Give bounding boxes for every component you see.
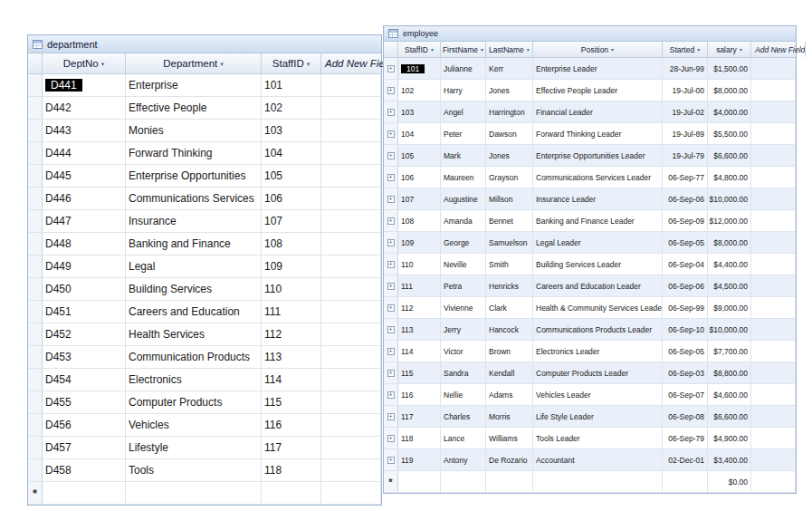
expand-icon[interactable]: + [387, 152, 395, 159]
row-selector[interactable]: + [384, 145, 398, 166]
cell-staffid[interactable]: 115 [398, 362, 441, 383]
cell-lastname[interactable]: Smith [486, 254, 533, 275]
cell-lastname[interactable]: Samuelson [486, 232, 533, 253]
cell-add-new-field[interactable] [751, 232, 796, 253]
cell-empty[interactable] [43, 482, 126, 504]
cell-salary[interactable]: $12,000.00 [708, 210, 751, 231]
cell-lastname[interactable]: Harrington [486, 101, 533, 122]
cell-add-new-field[interactable] [321, 256, 381, 277]
column-header-lastname[interactable]: LastName▾ [486, 42, 533, 57]
cell-deptno[interactable]: D448 [43, 233, 126, 255]
cell-deptno[interactable]: D451 [43, 301, 126, 323]
cell-lastname[interactable]: Williams [486, 428, 533, 448]
sort-dropdown-icon[interactable]: ▾ [220, 61, 224, 67]
cell-position[interactable]: Financial Leader [533, 101, 663, 122]
cell-firstname[interactable]: Peter [441, 123, 486, 144]
cell-staffid[interactable]: 116 [398, 384, 441, 405]
cell-deptno[interactable]: D457 [43, 437, 126, 458]
expand-icon[interactable]: + [387, 239, 395, 246]
cell-firstname[interactable]: Maureen [441, 167, 486, 188]
cell-deptno[interactable]: D454 [43, 369, 126, 390]
expand-icon[interactable]: + [387, 65, 395, 72]
cell-firstname[interactable]: Nellie [441, 384, 486, 405]
row-selector[interactable]: + [384, 275, 398, 296]
cell-add-new-field[interactable] [321, 323, 381, 345]
cell-department[interactable]: Lifestyle [126, 437, 262, 458]
row-selector[interactable]: + [384, 254, 398, 275]
cell-lastname[interactable]: Hancock [486, 319, 533, 340]
cell-add-new-field[interactable] [321, 278, 381, 300]
cell-department[interactable]: Banking and Finance [126, 233, 262, 255]
cell-started[interactable]: 06-Sep-05 [663, 341, 708, 362]
cell-firstname[interactable]: Julianne [441, 58, 486, 79]
cell-salary[interactable]: $8,000.00 [708, 80, 751, 101]
cell-staffid[interactable]: 106 [262, 188, 321, 209]
cell-staffid[interactable]: 114 [262, 369, 321, 390]
cell-empty[interactable] [398, 471, 441, 492]
cell-deptno[interactable]: D447 [43, 210, 126, 232]
row-selector[interactable]: + [384, 58, 398, 79]
cell-deptno[interactable]: D443 [43, 120, 126, 141]
row-selector[interactable]: + [384, 188, 398, 209]
cell-salary[interactable]: $10,000.00 [708, 188, 751, 209]
row-selector[interactable]: + [384, 297, 398, 318]
select-all-corner[interactable] [28, 53, 43, 73]
new-record-row[interactable]: * [28, 482, 381, 505]
cell-lastname[interactable]: Henricks [486, 275, 533, 296]
cell-add-new-field[interactable] [321, 97, 381, 119]
row-selector[interactable] [28, 414, 43, 436]
cell-department[interactable]: Forward Thinking [126, 142, 262, 164]
cell-empty[interactable] [663, 471, 708, 492]
cell-staffid[interactable]: 112 [398, 297, 441, 318]
column-header-started[interactable]: Started▾ [663, 42, 708, 57]
cell-staffid[interactable]: 113 [398, 319, 441, 340]
cell-deptno[interactable]: D445 [43, 165, 126, 187]
cell-lastname[interactable]: Bennet [486, 210, 533, 231]
cell-add-new-field[interactable] [751, 275, 796, 296]
cell-add-new-field[interactable] [751, 254, 796, 275]
cell-salary-default[interactable]: $0.00 [708, 471, 751, 492]
expand-icon[interactable]: + [387, 217, 395, 225]
row-selector[interactable] [28, 97, 43, 119]
cell-firstname[interactable]: Angel [441, 101, 486, 122]
cell-salary[interactable]: $1,500.00 [708, 58, 751, 79]
cell-staffid[interactable]: 110 [262, 278, 321, 300]
row-selector[interactable] [28, 188, 43, 209]
cell-firstname[interactable]: Sandra [441, 362, 486, 383]
cell-salary[interactable]: $4,900.00 [708, 428, 751, 448]
cell-deptno[interactable]: D446 [43, 188, 126, 209]
new-record-row[interactable]: *$0.00 [384, 471, 796, 493]
expand-icon[interactable]: + [387, 196, 395, 203]
cell-staffid[interactable]: 107 [398, 188, 441, 209]
cell-add-new-field[interactable] [751, 297, 796, 318]
row-selector[interactable] [28, 346, 43, 368]
cell-position[interactable]: Effective People Leader [533, 80, 663, 101]
cell-add-new-field[interactable] [751, 80, 796, 101]
row-selector[interactable] [28, 120, 43, 141]
row-selector[interactable]: + [384, 232, 398, 253]
cell-position[interactable]: Forward Thinking Leader [533, 123, 663, 144]
cell-add-new-field[interactable] [751, 145, 796, 166]
cell-firstname[interactable]: Amanda [441, 210, 486, 231]
cell-started[interactable]: 02-Dec-01 [663, 449, 708, 470]
row-selector[interactable] [28, 278, 43, 300]
cell-empty[interactable] [533, 471, 663, 492]
cell-staffid[interactable]: 109 [398, 232, 441, 253]
cell-lastname[interactable]: Jones [486, 80, 533, 101]
cell-salary[interactable]: $4,600.00 [708, 384, 751, 405]
sort-dropdown-icon[interactable]: ▾ [101, 61, 105, 67]
cell-firstname[interactable]: Mark [441, 145, 486, 166]
expand-icon[interactable]: + [387, 413, 395, 420]
cell-started[interactable]: 06-Sep-03 [663, 362, 708, 383]
cell-started[interactable]: 19-Jul-02 [663, 101, 708, 122]
cell-position[interactable]: Electronics Leader [533, 341, 663, 362]
cell-department[interactable]: Communications Services [126, 188, 262, 209]
cell-staffid[interactable]: 114 [398, 341, 441, 362]
expand-icon[interactable]: + [387, 109, 395, 116]
column-header-staffid[interactable]: StaffID▾ [398, 42, 441, 57]
cell-firstname[interactable]: Antony [441, 449, 486, 470]
expand-icon[interactable]: + [387, 457, 395, 464]
cell-department[interactable]: Vehicles [126, 414, 262, 436]
row-selector[interactable]: + [384, 101, 398, 122]
cell-department[interactable]: Health Services [126, 323, 262, 345]
